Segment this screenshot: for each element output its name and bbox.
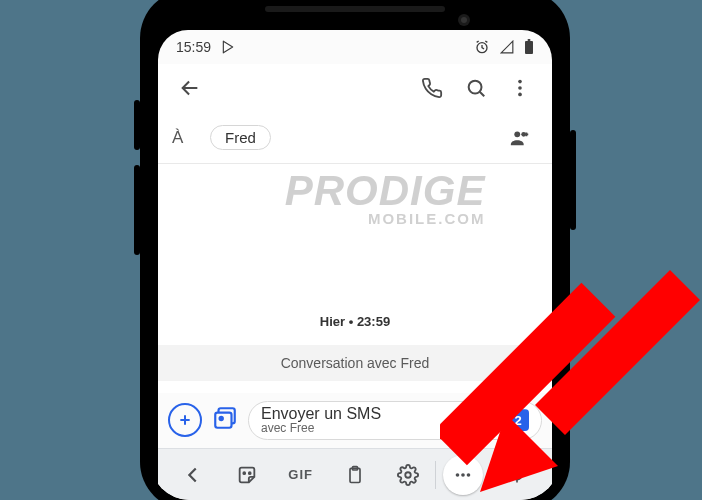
svg-rect-10: [215, 413, 231, 428]
svg-point-13: [484, 415, 486, 417]
phone-bezel: 15:59: [150, 0, 560, 500]
keyboard-back-button[interactable]: [166, 464, 220, 486]
svg-point-21: [461, 473, 465, 477]
search-button[interactable]: [458, 70, 494, 106]
keyboard-more-button[interactable]: [436, 455, 490, 495]
message-input[interactable]: Envoyer un SMS avec Free 2: [248, 401, 542, 440]
front-camera: [458, 14, 470, 26]
recipient-chip[interactable]: Fred: [210, 125, 271, 150]
svg-point-4: [518, 80, 522, 84]
more-options-button[interactable]: [502, 70, 538, 106]
watermark-line1: PRODIGE: [285, 167, 486, 214]
voice-input-button[interactable]: [490, 464, 544, 486]
svg-point-5: [518, 86, 522, 90]
phone-frame: 15:59: [140, 0, 570, 500]
placeholder-line2: avec Free: [261, 422, 469, 435]
conversation-area[interactable]: PRODIGE MOBILE.COM Hier • 23:59 Conversa…: [158, 164, 552, 393]
svg-point-16: [249, 472, 251, 474]
keyboard-toolbar: GIF: [158, 448, 552, 500]
svg-point-19: [406, 472, 412, 478]
phone-side-button: [134, 100, 140, 150]
play-store-icon: [221, 40, 235, 54]
gallery-button[interactable]: [212, 405, 238, 435]
sim-select-button[interactable]: 2: [507, 409, 529, 431]
add-attachment-button[interactable]: [168, 403, 202, 437]
call-button[interactable]: [414, 70, 450, 106]
recipient-label: À: [172, 128, 196, 148]
placeholder-line1: Envoyer un SMS: [261, 406, 469, 423]
phone-side-button: [570, 130, 576, 230]
recipient-row: À Fred: [158, 112, 552, 164]
status-bar: 15:59: [158, 30, 552, 64]
add-group-button[interactable]: [502, 120, 538, 156]
battery-icon: [524, 39, 534, 55]
watermark: PRODIGE MOBILE.COM: [285, 173, 486, 225]
svg-point-3: [469, 81, 482, 94]
clipboard-button[interactable]: [328, 464, 382, 486]
svg-point-22: [467, 473, 471, 477]
conversation-timestamp: Hier • 23:59: [320, 314, 390, 329]
svg-point-11: [220, 417, 223, 420]
svg-point-12: [480, 410, 497, 427]
svg-point-14: [490, 415, 492, 417]
sticker-button[interactable]: [220, 464, 274, 486]
back-button[interactable]: [172, 70, 208, 106]
svg-point-20: [456, 473, 460, 477]
emoji-button[interactable]: [477, 407, 499, 433]
gif-button[interactable]: GIF: [274, 467, 328, 482]
compose-bar: Envoyer un SMS avec Free 2: [158, 393, 552, 448]
app-bar: [158, 64, 552, 112]
status-time: 15:59: [176, 39, 211, 55]
svg-rect-2: [528, 39, 531, 41]
watermark-line2: MOBILE.COM: [285, 213, 486, 226]
phone-screen: 15:59: [158, 30, 552, 500]
svg-point-7: [514, 131, 520, 137]
signal-icon: [500, 40, 514, 54]
message-placeholder: Envoyer un SMS avec Free: [261, 406, 469, 435]
svg-rect-1: [525, 41, 533, 54]
svg-point-6: [518, 93, 522, 97]
conversation-start-banner: Conversation avec Fred: [158, 345, 552, 381]
svg-point-15: [243, 472, 245, 474]
settings-button[interactable]: [381, 464, 435, 486]
phone-side-button: [134, 165, 140, 255]
alarm-icon: [474, 39, 490, 55]
